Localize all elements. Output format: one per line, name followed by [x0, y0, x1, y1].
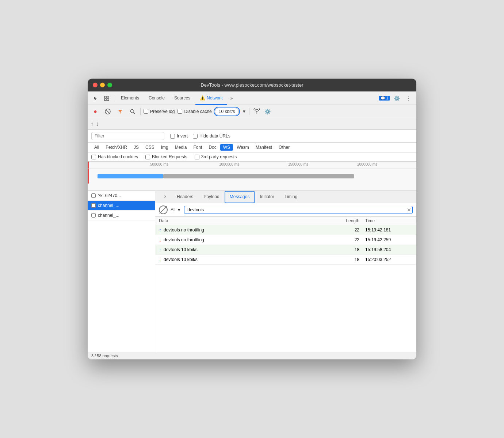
request-item-3[interactable]: channel_... — [88, 211, 155, 220]
request-checkbox-3[interactable] — [91, 213, 96, 218]
inspect-icon-btn[interactable] — [102, 93, 112, 103]
msg-row-2[interactable]: ↓ devtools no throttling 22 15:19:42.259 — [155, 235, 416, 245]
badge-count: 1 — [386, 96, 388, 100]
messages-filter-dropdown[interactable]: All ▼ — [171, 207, 181, 212]
filter-dropdown-label: All — [171, 207, 175, 212]
throttle-button[interactable]: 10 kbit/s — [215, 108, 239, 115]
preserve-log-checkbox[interactable]: Preserve log — [144, 109, 175, 114]
clear-btn[interactable] — [103, 107, 112, 116]
request-item-2[interactable]: channel_... — [88, 201, 155, 211]
disable-cache-checkbox[interactable]: Disable cache — [177, 109, 211, 114]
payload-tab-label: Payload — [203, 194, 219, 199]
request-checkbox-1[interactable] — [91, 193, 96, 198]
invert-label[interactable]: Invert — [170, 133, 188, 139]
throttle-label: 10 kbit/s — [219, 109, 235, 114]
settings-icon-btn[interactable]: ⚙️ — [392, 93, 402, 103]
messages-tab[interactable]: Messages — [225, 191, 255, 203]
blocked-cookies-label[interactable]: Has blocked cookies — [91, 154, 138, 159]
search-clear-btn[interactable]: ✕ — [407, 207, 411, 212]
svg-line-5 — [106, 110, 109, 113]
upload-btn[interactable]: ↑ — [91, 121, 93, 127]
close-button[interactable] — [93, 83, 98, 87]
filter-img[interactable]: Img — [158, 144, 171, 151]
payload-tab[interactable]: Payload — [198, 191, 224, 203]
filter-ws[interactable]: WS — [220, 144, 233, 151]
hide-data-urls-label[interactable]: Hide data URLs — [193, 133, 230, 139]
status-text: 3 / 58 requests — [91, 354, 118, 358]
svg-point-6 — [131, 109, 134, 113]
blocked-requests-label[interactable]: Blocked Requests — [145, 154, 187, 159]
initiator-tab[interactable]: Initiator — [255, 191, 279, 203]
msg-length-1: 22 — [340, 227, 365, 233]
filter-css[interactable]: CSS — [142, 144, 157, 151]
bar-blue — [98, 174, 163, 178]
cursor-icon — [93, 96, 98, 101]
filter-font[interactable]: Font — [190, 144, 205, 151]
msg-time-4: 15:20:03.252 — [365, 257, 413, 262]
close-tab[interactable]: × — [159, 191, 172, 203]
filter-input[interactable] — [91, 132, 164, 140]
more-tabs-btn[interactable]: » — [228, 95, 235, 101]
notification-badge[interactable]: 💬 1 — [379, 96, 390, 101]
tab-console[interactable]: Console — [144, 92, 169, 105]
traffic-lights — [93, 83, 112, 87]
blocked-requests-checkbox[interactable] — [145, 155, 150, 159]
tab-console-label: Console — [149, 95, 165, 101]
block-icon[interactable] — [159, 205, 168, 214]
request-checkbox-2[interactable] — [91, 203, 96, 208]
tab-elements[interactable]: Elements — [117, 92, 144, 105]
timing-tab[interactable]: Timing — [279, 191, 303, 203]
inspect-icon — [104, 96, 109, 101]
more-options-btn[interactable]: ⋮ — [403, 93, 413, 103]
disable-cache-input[interactable] — [177, 109, 182, 114]
svg-rect-3 — [107, 99, 109, 101]
headers-tab[interactable]: Headers — [172, 191, 198, 203]
network-settings-btn[interactable]: ⚙️ — [263, 107, 272, 116]
tab-network-label: Network — [207, 95, 223, 101]
filter-js[interactable]: JS — [131, 144, 142, 151]
panel-tabs: × Headers Payload Messages Initiator — [155, 191, 416, 203]
cursor-icon-btn[interactable] — [91, 93, 101, 103]
maximize-button[interactable] — [107, 83, 112, 87]
filter-icon-btn[interactable] — [115, 107, 125, 116]
filter-manifest[interactable]: Manifest — [253, 144, 275, 151]
blocked-cookies-text: Has blocked cookies — [98, 154, 138, 159]
hide-data-urls-checkbox[interactable] — [193, 134, 198, 139]
request-name-3: channel_... — [98, 213, 119, 218]
window-title: DevTools - www.piesocket.com/websocket-t… — [201, 82, 303, 88]
badge-icon: 💬 — [381, 96, 385, 100]
third-party-label[interactable]: 3rd-party requests — [195, 154, 237, 159]
blocked-cookies-checkbox[interactable] — [91, 155, 96, 159]
invert-checkbox[interactable] — [170, 134, 175, 139]
msg-row-1[interactable]: ↑ devtools no throttling 22 15:19:42.181 — [155, 225, 416, 235]
msg-row-3[interactable]: ↑ devtools 10 kbit/s 18 15:19:58.204 — [155, 245, 416, 255]
minimize-button[interactable] — [100, 83, 105, 87]
timeline-bars — [88, 170, 416, 189]
nav-divider-1 — [114, 95, 114, 102]
filter-all[interactable]: All — [91, 144, 102, 151]
toolbar2: ↑ ↓ — [88, 118, 416, 130]
throttle-dropdown-btn[interactable]: ▼ — [242, 109, 246, 114]
invert-text: Invert — [177, 133, 188, 139]
messages-search-input[interactable] — [184, 206, 413, 214]
filter-doc[interactable]: Doc — [206, 144, 219, 151]
record-btn[interactable]: ● — [91, 107, 100, 116]
third-party-checkbox[interactable] — [195, 155, 199, 159]
filter-fetch-xhr[interactable]: Fetch/XHR — [103, 144, 130, 151]
filter-wasm[interactable]: Wasm — [234, 144, 252, 151]
request-item-1[interactable]: ?k=62470... — [88, 191, 155, 201]
msg-data-2: ↓ devtools no throttling — [159, 237, 340, 243]
svg-rect-2 — [104, 99, 106, 101]
messages-search-box: ✕ — [184, 206, 413, 214]
msg-row-4[interactable]: ↓ devtools 10 kbit/s 18 15:20:03.252 — [155, 255, 416, 265]
arrow-up-icon-1: ↑ — [159, 227, 161, 233]
third-party-text: 3rd-party requests — [201, 154, 237, 159]
tab-network[interactable]: ⚠️ Network — [195, 92, 227, 105]
preserve-log-input[interactable] — [144, 109, 148, 114]
filter-media[interactable]: Media — [172, 144, 190, 151]
filter-other[interactable]: Other — [276, 144, 293, 151]
search-icon-btn[interactable] — [128, 107, 137, 116]
download-btn[interactable]: ↓ — [96, 121, 99, 127]
tab-sources[interactable]: Sources — [170, 92, 195, 105]
svg-rect-0 — [104, 96, 106, 98]
